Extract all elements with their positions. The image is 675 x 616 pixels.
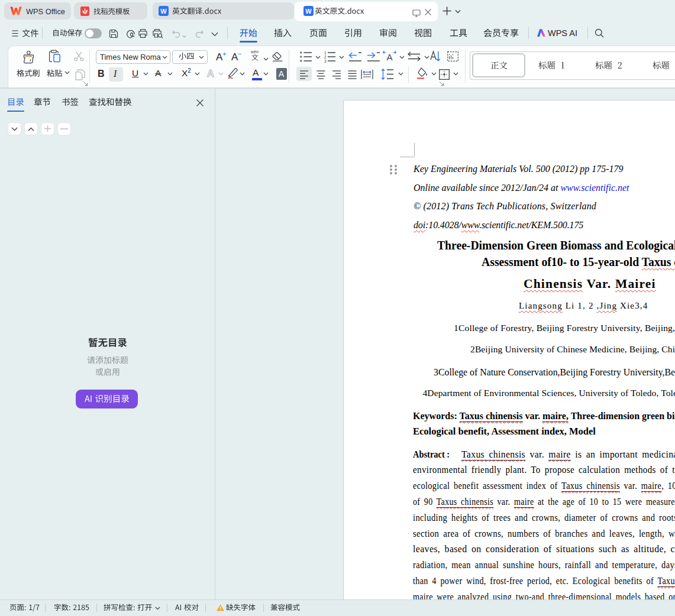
svg-text:A: A <box>207 68 214 79</box>
svg-text:W: W <box>160 8 167 15</box>
svg-text:1: 1 <box>324 51 327 55</box>
svg-text:2: 2 <box>324 55 327 59</box>
svg-text:3: 3 <box>324 59 327 63</box>
svg-text:A: A <box>387 52 393 62</box>
svg-text:W: W <box>305 8 312 15</box>
